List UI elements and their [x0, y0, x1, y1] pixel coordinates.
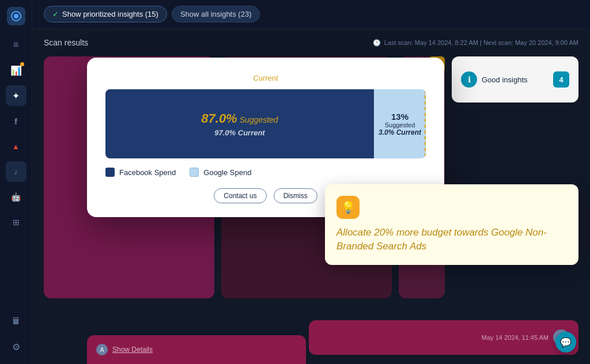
good-insights-label: Good insights: [482, 75, 553, 84]
google-legend-label: Google Spend: [203, 168, 251, 177]
google-ads-icon: ▲: [12, 142, 20, 151]
clock-icon: 🕐: [373, 39, 381, 47]
good-insights-icon: ℹ: [461, 71, 477, 88]
google-suggested-label: Suggested: [385, 122, 415, 128]
google-current: 3.0% Current: [379, 128, 421, 136]
svg-point-1: [14, 14, 18, 18]
contact-us-button[interactable]: Contact us: [214, 188, 266, 203]
fab-chat-button[interactable]: 💬: [555, 332, 576, 352]
all-insights-label: Show all insights (23): [180, 10, 252, 18]
bottom-right-card: May 14 2024, 11:45 AM A: [309, 320, 578, 355]
insight-text: Allocate 20% more budget towards Google …: [336, 226, 567, 253]
facebook-current: 97.0% Current: [214, 128, 264, 137]
sidebar-item-robot[interactable]: 🤖: [6, 187, 27, 207]
facebook-icon: f: [14, 116, 17, 126]
facebook-swatch: [105, 168, 115, 177]
menu-icon: ≡: [13, 40, 18, 50]
show-prioritized-button[interactable]: ✓ Show prioritized insights (15): [44, 6, 167, 22]
scan-timestamp: Last scan: May 14 2024, 8:22 AM | Next s…: [384, 39, 578, 46]
insight-tooltip-card: 💡 Allocate 20% more budget towards Googl…: [325, 184, 578, 265]
dismiss-button[interactable]: Dismiss: [274, 188, 317, 203]
facebook-legend-label: Facebook Spend: [119, 168, 176, 177]
facebook-suggested-pct: 87.0%: [201, 111, 237, 126]
current-label: Current: [105, 74, 426, 82]
sidebar-item-google-ads[interactable]: ▲: [6, 136, 27, 157]
robot-icon: 🤖: [11, 192, 21, 202]
sidebar-item-settings[interactable]: ⚙: [6, 336, 27, 357]
good-insights-card: ℹ Good insights 4: [452, 56, 578, 103]
google-swatch: [190, 168, 199, 177]
facebook-suggested-label: Suggested: [240, 115, 278, 124]
grid-icon: ⊞: [13, 218, 20, 227]
show-details-link[interactable]: Show Details: [112, 346, 153, 354]
google-bar: 13% Suggested 3.0% Current: [374, 89, 426, 158]
sidebar-item-facebook[interactable]: f: [6, 111, 27, 131]
bar-chart-container: 87.0% Suggested 97.0% Current 13% Sugges…: [105, 89, 426, 158]
content-area: Scan results 🕐 Last scan: May 14 2024, 8…: [32, 29, 590, 364]
sidebar-item-calculator[interactable]: 🖩: [6, 311, 27, 332]
google-suggested-pct: 13%: [391, 112, 409, 122]
budget-bar-chart: 87.0% Suggested 97.0% Current 13% Sugges…: [105, 89, 426, 158]
sidebar-item-menu[interactable]: ≡: [6, 35, 27, 55]
app-logo[interactable]: [7, 7, 25, 25]
chart-legend: Facebook Spend Google Spend: [105, 168, 426, 177]
show-all-insights-button[interactable]: Show all insights (23): [172, 6, 260, 22]
bottom-avatar: A: [96, 344, 108, 355]
scan-meta: 🕐 Last scan: May 14 2024, 8:22 AM | Next…: [373, 39, 578, 47]
check-icon: ✓: [52, 10, 59, 18]
insight-lightbulb-icon: 💡: [336, 196, 360, 219]
facebook-bar: 87.0% Suggested 97.0% Current: [105, 89, 374, 158]
calculator-icon: 🖩: [12, 316, 21, 327]
sidebar-item-charts[interactable]: 📊: [6, 60, 27, 81]
sidebar-item-scatter[interactable]: ✦: [6, 85, 27, 106]
main-content: ✓ Show prioritized insights (15) Show al…: [32, 0, 590, 364]
legend-facebook: Facebook Spend: [105, 168, 176, 177]
bottom-timestamp: May 14 2024, 11:45 AM: [482, 334, 549, 341]
tiktok-icon: ♪: [14, 168, 18, 176]
legend-google: Google Spend: [190, 168, 251, 177]
sidebar: ≡ 📊 ✦ f ▲ ♪ 🤖 ⊞ 🖩 ⚙: [0, 0, 32, 364]
chat-icon: 💬: [560, 337, 572, 348]
prioritized-label: Show prioritized insights (15): [62, 10, 158, 18]
bottom-left-card: A Show Details: [87, 335, 306, 364]
topbar: ✓ Show prioritized insights (15) Show al…: [32, 0, 590, 29]
sidebar-item-grid[interactable]: ⊞: [6, 212, 27, 233]
notification-dot: [20, 62, 24, 66]
settings-icon: ⚙: [12, 342, 20, 352]
scatter-icon: ✦: [12, 90, 20, 101]
scan-results-title: Scan results: [44, 38, 88, 47]
sidebar-item-tiktok[interactable]: ♪: [6, 161, 27, 182]
current-line: [425, 89, 426, 158]
scan-header: Scan results 🕐 Last scan: May 14 2024, 8…: [44, 38, 578, 47]
good-insights-count: 4: [553, 71, 569, 88]
bar-chart-icon: 📊: [10, 65, 22, 76]
